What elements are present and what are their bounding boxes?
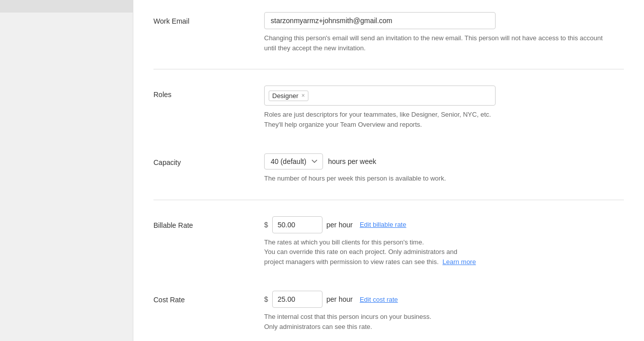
billable-rate-row: Billable Rate $ per hour Edit billable r…: [153, 216, 624, 267]
capacity-unit: hours per week: [328, 157, 376, 165]
billable-rate-hint-line2: You can override this rate on each proje…: [264, 248, 457, 255]
work-email-field-content: Changing this person's email will send a…: [264, 12, 624, 53]
roles-field-content: Designer × Roles are just descriptors fo…: [264, 86, 624, 129]
cost-rate-row: Cost Rate $ per hour Edit cost rate The …: [153, 291, 624, 331]
roles-input-box[interactable]: Designer ×: [264, 86, 496, 106]
work-email-section: Work Email Changing this person's email …: [153, 0, 624, 65]
role-tag-label: Designer: [272, 92, 298, 100]
cost-rate-section: Cost Rate $ per hour Edit cost rate The …: [153, 279, 624, 341]
edit-billable-rate-button[interactable]: Edit billable rate: [360, 221, 407, 228]
divider-1: [153, 69, 624, 69]
work-email-label: Work Email: [153, 12, 264, 25]
roles-hint-line1: Roles are just descriptors for your team…: [264, 111, 491, 118]
cost-rate-hint: The internal cost that this person incur…: [264, 312, 611, 331]
work-email-row: Work Email Changing this person's email …: [153, 12, 624, 53]
cost-rate-field-content: $ per hour Edit cost rate The internal c…: [264, 291, 624, 331]
roles-row: Roles Designer × Roles are just descript…: [153, 86, 624, 129]
learn-more-link[interactable]: Learn more: [442, 258, 475, 266]
roles-hint-line2: They'll help organize your Team Overview…: [264, 121, 422, 128]
billable-rate-hint-line1: The rates at which you bill clients for …: [264, 238, 424, 246]
billable-rate-section: Billable Rate $ per hour Edit billable r…: [153, 204, 624, 279]
capacity-field-content: 40 (default) 20 30 50 hours per week The…: [264, 153, 624, 184]
billable-rate-input-row: $ per hour Edit billable rate: [264, 216, 624, 233]
billable-rate-currency: $: [264, 221, 268, 229]
page-wrapper: Work Email Changing this person's email …: [0, 0, 644, 341]
cost-rate-currency: $: [264, 295, 268, 303]
roles-hint: Roles are just descriptors for your team…: [264, 110, 611, 129]
cost-rate-input-row: $ per hour Edit cost rate: [264, 291, 624, 308]
billable-rate-per-hour: per hour: [327, 221, 353, 229]
cost-rate-input[interactable]: [272, 291, 323, 308]
sidebar-placeholder: [0, 0, 133, 13]
capacity-section: Capacity 40 (default) 20 30 50 hours per…: [153, 141, 624, 196]
role-tag-remove[interactable]: ×: [301, 92, 305, 99]
role-tag-designer: Designer ×: [269, 91, 308, 101]
cost-rate-hint-line1: The internal cost that this person incur…: [264, 313, 431, 320]
capacity-row: Capacity 40 (default) 20 30 50 hours per…: [153, 153, 624, 184]
billable-rate-hint: The rates at which you bill clients for …: [264, 237, 611, 267]
capacity-input-row: 40 (default) 20 30 50 hours per week: [264, 153, 624, 169]
main-content: Work Email Changing this person's email …: [133, 0, 644, 341]
capacity-select[interactable]: 40 (default) 20 30 50: [264, 153, 323, 169]
cost-rate-label: Cost Rate: [153, 291, 264, 304]
cost-rate-hint-line2: Only administrators can see this rate.: [264, 323, 372, 330]
roles-label: Roles: [153, 86, 264, 99]
capacity-label: Capacity: [153, 153, 264, 166]
edit-cost-rate-button[interactable]: Edit cost rate: [360, 296, 398, 303]
billable-rate-field-content: $ per hour Edit billable rate The rates …: [264, 216, 624, 267]
capacity-hint: The number of hours per week this person…: [264, 174, 611, 184]
cost-rate-per-hour: per hour: [327, 295, 353, 303]
work-email-hint: Changing this person's email will send a…: [264, 33, 611, 53]
work-email-input[interactable]: [264, 12, 496, 29]
roles-section: Roles Designer × Roles are just descript…: [153, 73, 624, 141]
divider-2: [153, 200, 624, 200]
sidebar: [0, 0, 133, 341]
billable-rate-hint-line3: project managers with permission to view…: [264, 258, 439, 266]
billable-rate-input[interactable]: [272, 216, 323, 233]
billable-rate-label: Billable Rate: [153, 216, 264, 229]
